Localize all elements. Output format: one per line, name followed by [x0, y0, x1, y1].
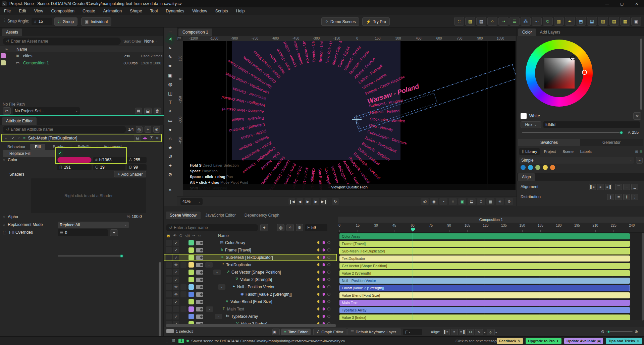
status-button-tips-and-tricks[interactable]: Tips and Tricks☀ — [606, 338, 642, 344]
menu-create[interactable]: Create — [83, 9, 95, 13]
expand-icon[interactable]: » — [165, 185, 175, 194]
layer-checkbox[interactable] — [166, 254, 172, 261]
current-color-swatch[interactable] — [521, 113, 527, 119]
layer-row[interactable]: ✓∇Value Blend [Font Size] — [164, 298, 337, 305]
box-tool[interactable]: ◫ — [165, 89, 175, 98]
layer-name[interactable]: Value Blend [Font Size] — [230, 299, 272, 304]
keyframe-left-indicator[interactable] — [317, 256, 320, 259]
picker-icon[interactable]: ✑ — [193, 234, 195, 237]
swatch-dot[interactable] — [543, 165, 548, 170]
menu-animation[interactable]: Animation — [103, 9, 122, 13]
rotate-icon[interactable]: ↻ — [543, 17, 553, 26]
layer-checkbox[interactable] — [166, 277, 172, 283]
keyframe-left-indicator[interactable] — [317, 241, 320, 244]
demo-scenes-button[interactable]: ⁘ Demo Scenes — [321, 17, 359, 26]
layer-duration-bar[interactable]: Color Array — [339, 233, 630, 239]
render-camera-toggle[interactable] — [196, 292, 203, 297]
box-bars-icon[interactable]: ▥ — [554, 17, 564, 26]
keyframe-circle-icon[interactable]: ○ — [18, 136, 20, 140]
swatch-dot[interactable] — [550, 165, 555, 170]
keyframe-circle-indicator[interactable] — [327, 241, 330, 244]
alignment-button[interactable]: ▔ — [615, 184, 622, 190]
minimize-button[interactable]: — — [600, 0, 614, 7]
attr-tab-behaviour[interactable]: Behaviour — [3, 144, 30, 150]
enabled-check-icon[interactable]: ✓ — [173, 240, 179, 246]
align-bars-icon[interactable]: ☰ — [509, 17, 520, 26]
skip-start-icon[interactable]: ❙◀ — [288, 198, 295, 205]
hex-value-input[interactable]: fdfdfd — [543, 121, 640, 128]
console-icon[interactable]: 🗏 — [172, 338, 176, 343]
tab-swatches[interactable]: Swatches — [518, 139, 580, 146]
target-icon[interactable]: ⌖ — [145, 126, 151, 133]
next-message-hint[interactable]: Click to see next message — [455, 339, 498, 343]
hex-mode-select[interactable]: Hex⌄ — [521, 121, 541, 128]
footer-frame-field[interactable]: F - — [403, 329, 422, 335]
try-pro-button[interactable]: ⚡ Try Pro — [362, 17, 390, 26]
keyframe-right-indicator[interactable] — [322, 271, 325, 274]
brush-tool[interactable]: ✎ — [165, 52, 175, 61]
layer-checkbox[interactable] — [166, 269, 172, 275]
add-override-button[interactable]: + — [110, 229, 118, 236]
alignment-button[interactable]: ▁ — [631, 184, 638, 190]
layer-name[interactable]: Main Text — [227, 307, 244, 311]
lock-icon[interactable]: 🔒 — [166, 234, 170, 237]
layer-duration-bar[interactable]: Sub-Mesh [TextDuplicator] — [339, 248, 630, 254]
enabled-check-icon[interactable]: ✓ — [10, 135, 16, 141]
render-camera-toggle[interactable] — [196, 285, 203, 289]
chevron-down-icon[interactable]: ⌄ — [213, 270, 221, 275]
sort-order-select[interactable]: None⌄ — [144, 39, 158, 44]
render-camera-toggle[interactable] — [196, 278, 203, 282]
viewport-canvas[interactable]: London - United KingdomParis - FranceTok… — [183, 41, 516, 190]
play-icon[interactable]: ▶ — [305, 198, 311, 205]
keyframe-circle-indicator[interactable] — [327, 293, 330, 296]
tab-color[interactable]: Color — [518, 28, 536, 36]
keyframe-right-indicator[interactable] — [322, 263, 325, 266]
status-button-upgrade-to-pro[interactable]: Upgrade to Pro✦ — [526, 338, 561, 344]
menu-view[interactable]: View — [34, 9, 43, 13]
keyframe-circle-icon[interactable]: ○ — [3, 222, 5, 227]
add-shader-button[interactable]: +Add Shader — [114, 171, 146, 177]
render-camera-toggle[interactable] — [196, 248, 203, 252]
keyframe-left-indicator[interactable] — [317, 263, 320, 266]
chevron-down-icon[interactable]: ⌄ — [205, 262, 213, 268]
layer-duration-bar[interactable]: Value 3 [Index] — [339, 314, 630, 320]
layer-duration-bar[interactable]: Main Text — [339, 300, 630, 306]
keyframe-left-indicator[interactable] — [317, 293, 320, 296]
layer-row[interactable]: ✓▤Color Array — [164, 239, 337, 246]
brush-filter-icon[interactable]: ◍ — [277, 224, 284, 231]
keyframe-right-indicator[interactable] — [322, 248, 325, 251]
camera-icon[interactable]: ▣ — [631, 17, 641, 26]
layer-duration-bar[interactable]: TextDuplicator — [339, 255, 630, 262]
layer-duration-bar[interactable]: Typeface Array — [339, 307, 630, 313]
grid-view-icon[interactable]: ⊞ — [635, 150, 638, 154]
attribute-header[interactable]: ⌄ ✓ ○ ≡ Sub-Mesh [TextDuplicator] ⊟ ◀▶ ⊼… — [1, 134, 162, 142]
grid-icon[interactable]: ⌗ — [449, 198, 457, 205]
layer-checkbox[interactable] — [166, 306, 172, 312]
render-camera-toggle[interactable] — [196, 300, 203, 304]
keyframe-right-indicator[interactable] — [322, 285, 325, 288]
pentagon-tool[interactable]: ⌂ — [165, 134, 175, 143]
layer-checkbox[interactable] — [166, 313, 172, 320]
layer-color-swatch[interactable] — [189, 284, 194, 290]
align-keys-right-button[interactable]: ≡▐ — [459, 329, 466, 335]
menu-dynamics[interactable]: Dynamics — [166, 9, 184, 13]
alpha-slider[interactable] — [58, 255, 122, 256]
color-panel-scrollbar[interactable] — [640, 39, 642, 110]
keyframe-left-indicator[interactable] — [317, 285, 320, 288]
layer-checkbox[interactable] — [166, 240, 172, 246]
swatch-more-button[interactable]: ⋯ — [636, 157, 643, 164]
green-input[interactable]: G19 — [93, 164, 125, 170]
tab-align[interactable]: Align — [518, 173, 535, 181]
cube-icon[interactable]: ▧ — [465, 17, 475, 26]
speaker-icon[interactable]: ◁)) — [185, 234, 190, 237]
keyframe-circle-indicator[interactable] — [327, 263, 330, 266]
clear-icon[interactable]: ⊗ — [153, 126, 160, 133]
render-camera-toggle[interactable] — [196, 263, 203, 267]
layer-name[interactable]: Typeface Array — [231, 314, 258, 319]
type-tool[interactable]: T — [165, 98, 175, 107]
prev-next-icons[interactable]: ◀▶ — [143, 136, 147, 140]
frame-number-field[interactable]: F59 — [305, 224, 327, 231]
timeline-bars-area[interactable]: Color ArrayFrame [Travel]Sub-Mesh [TextD… — [338, 233, 644, 320]
layer-duration-bar[interactable]: Falloff [Value 2 [Strength]] — [339, 285, 630, 291]
layer-row[interactable]: ✓≡Sub-Mesh [TextDuplicator] — [164, 254, 337, 261]
